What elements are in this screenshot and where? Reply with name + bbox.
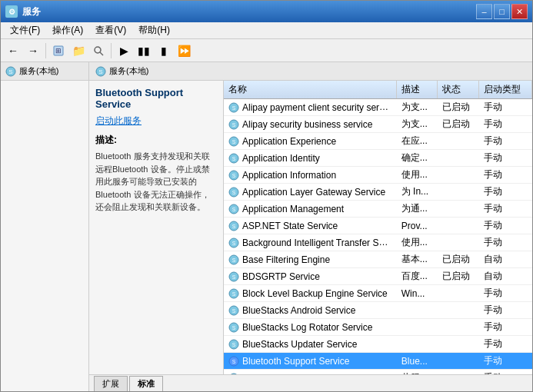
start-service-link[interactable]: 启动此服务 [95, 115, 217, 128]
table-row[interactable]: SBlock Level Backup Engine ServiceWin...… [224, 285, 532, 302]
service-icon: S [228, 304, 242, 315]
cell-description: 基本... [397, 251, 438, 268]
cell-service-name: SBlueStacks Updater Service [224, 336, 397, 353]
table-row[interactable]: SASP.NET State ServiceProv...手动 [224, 218, 532, 234]
cell-description [397, 319, 438, 336]
menu-view[interactable]: 查看(V) [89, 22, 132, 38]
service-name-text: Application Experience [242, 136, 336, 147]
table-row[interactable]: SApplication Identity确定...手动 [224, 150, 532, 167]
cell-service-name: SApplication Information [224, 167, 397, 184]
cell-service-name: SASP.NET State Service [224, 218, 397, 234]
cell-startup-type: 手动 [479, 133, 532, 150]
pause-button[interactable]: ▮▮ [135, 42, 153, 60]
services-table-area: 名称 描述 状态 启动类型 SAlipay payment client sec… [224, 81, 532, 374]
maximize-button[interactable]: □ [494, 4, 510, 19]
cell-service-name: SAlipay security business service [224, 116, 397, 133]
service-icon: S [228, 355, 242, 366]
title-controls: – □ ✕ [476, 4, 528, 19]
svg-text:S: S [232, 325, 236, 331]
service-name-text: Application Layer Gateway Service [242, 187, 385, 198]
svg-text:S: S [232, 105, 236, 111]
menu-action[interactable]: 操作(A) [46, 22, 89, 38]
services-table: 名称 描述 状态 启动类型 SAlipay payment client sec… [224, 81, 532, 374]
cell-startup-type: 手动 [479, 336, 532, 353]
play-button[interactable]: ▶ [115, 42, 133, 60]
cell-startup-type: 自动 [479, 251, 532, 268]
service-name-text: Application Management [242, 204, 344, 214]
restart-button[interactable]: ⏩ [175, 42, 193, 60]
service-name-text: BlueStacks Android Service [242, 305, 355, 316]
description-label: 描述: [95, 134, 217, 147]
cell-status [438, 319, 479, 336]
service-icon: S [228, 186, 242, 197]
cell-startup-type: 手动 [479, 116, 532, 133]
svg-text:S: S [232, 156, 236, 161]
table-row[interactable]: SBase Filtering Engine基本...已启动自动 [224, 251, 532, 268]
service-name-text: Bluetooth Support Service [242, 356, 349, 367]
cell-status [438, 353, 479, 370]
service-icon: S [228, 135, 242, 146]
table-row[interactable]: SAlipay payment client security service为… [224, 99, 532, 116]
table-row[interactable]: SApplication Experience在应...手动 [224, 133, 532, 150]
service-icon: S [228, 118, 242, 129]
service-name-text: Alipay security business service [242, 119, 372, 130]
table-row[interactable]: SBlueStacks Android Service手动 [224, 302, 532, 319]
menu-file[interactable]: 文件(F) [4, 22, 46, 38]
cell-description: 为支... [397, 99, 438, 116]
service-icon: S [228, 169, 242, 180]
column-name[interactable]: 名称 [224, 81, 397, 99]
menu-help[interactable]: 帮助(H) [132, 22, 176, 38]
table-row[interactable]: SBlueStacks Updater Service手动 [224, 336, 532, 353]
cell-description [397, 336, 438, 353]
service-icon: S [228, 321, 242, 332]
cell-status [438, 285, 479, 302]
up-button[interactable]: ⊞ [49, 42, 68, 60]
tab-expand[interactable]: 扩展 [94, 376, 128, 391]
cell-status [438, 150, 479, 167]
minimize-button[interactable]: – [476, 4, 492, 19]
table-row[interactable]: SBDSGRTP Service百度...已启动自动 [224, 268, 532, 285]
table-row[interactable]: SApplication Information使用...手动 [224, 167, 532, 184]
cell-status [438, 201, 479, 218]
cell-status [438, 234, 479, 251]
cell-status: 已启动 [438, 116, 479, 133]
table-row[interactable]: SApplication Management为通...手动 [224, 201, 532, 218]
table-row[interactable]: SApplication Layer Gateway Service为 In..… [224, 184, 532, 201]
table-row[interactable]: SBlueStacks Log Rotator Service手动 [224, 319, 532, 336]
table-row[interactable]: SBluetooth Support ServiceBlue...手动 [224, 353, 532, 370]
sidebar: S 服务(本地) [1, 62, 89, 391]
column-startup[interactable]: 启动类型 [479, 81, 532, 99]
svg-text:S: S [232, 359, 236, 364]
cell-description: 确定... [397, 150, 438, 167]
search-button[interactable] [89, 42, 108, 60]
stop-button[interactable]: ▮ [155, 42, 173, 60]
main-area: S 服务(本地) S 服务(本地) Bluetooth Support Serv… [1, 62, 532, 391]
sidebar-title: 服务(本地) [19, 65, 58, 77]
svg-point-2 [95, 47, 101, 53]
toolbar-sep-2 [111, 43, 112, 58]
cell-service-name: SBluetooth Support Service [224, 353, 397, 370]
cell-status: 已启动 [438, 268, 479, 285]
cell-status [438, 133, 479, 150]
cell-startup-type: 手动 [479, 319, 532, 336]
folder-button[interactable]: 📁 [69, 42, 88, 60]
tab-standard[interactable]: 标准 [129, 376, 163, 391]
cell-status: 已启动 [438, 251, 479, 268]
forward-button[interactable]: → [24, 42, 42, 60]
cell-description: 为通... [397, 201, 438, 218]
back-button[interactable]: ← [4, 42, 22, 60]
svg-text:S: S [232, 342, 236, 347]
main-window: ⚙ 服务 – □ ✕ 文件(F) 操作(A) 查看(V) 帮助(H) ← → ⊞… [0, 0, 533, 392]
service-icon: S [228, 203, 242, 214]
table-row[interactable]: SBackground Intelligent Transfer Service… [224, 234, 532, 251]
close-button[interactable]: ✕ [511, 4, 528, 19]
toolbar-sep-1 [45, 43, 46, 58]
cell-description: 使用... [397, 167, 438, 184]
column-status[interactable]: 状态 [438, 81, 479, 99]
cell-status: 已启动 [438, 99, 479, 116]
svg-text:S: S [232, 190, 236, 195]
table-row[interactable]: SAlipay security business service为支...已启… [224, 116, 532, 133]
column-desc[interactable]: 描述 [397, 81, 438, 99]
title-bar-left: ⚙ 服务 [5, 5, 41, 18]
service-icon: S [228, 152, 242, 163]
